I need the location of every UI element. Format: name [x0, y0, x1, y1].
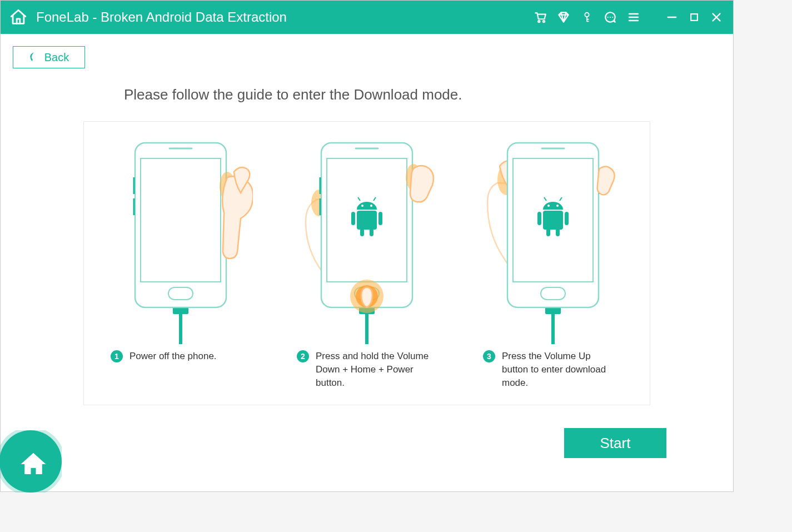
svg-point-53: [556, 205, 559, 207]
svg-point-33: [370, 205, 372, 207]
home-fab-button[interactable]: [0, 430, 62, 493]
svg-point-1: [543, 21, 545, 22]
close-icon[interactable]: [710, 10, 723, 24]
minimize-icon[interactable]: [665, 10, 679, 24]
step-1-illustration: [108, 138, 253, 344]
svg-point-0: [538, 21, 540, 22]
svg-rect-27: [378, 212, 382, 225]
step-2: 2 Press and hold the Volume Down + Home …: [283, 138, 450, 389]
svg-rect-45: [543, 211, 563, 230]
svg-point-52: [547, 205, 550, 207]
step-1: 1 Power off the phone.: [97, 138, 264, 389]
feedback-icon[interactable]: [603, 10, 617, 24]
diamond-icon[interactable]: [556, 10, 571, 24]
step-1-caption: 1 Power off the phone.: [97, 350, 264, 363]
svg-point-5: [612, 17, 613, 18]
svg-rect-26: [351, 212, 355, 225]
menu-icon[interactable]: [626, 10, 641, 24]
svg-rect-48: [546, 228, 550, 236]
titlebar-icons: [533, 10, 723, 24]
start-label: Start: [600, 435, 631, 451]
back-arrow-icon: [29, 51, 37, 63]
svg-rect-10: [141, 158, 221, 282]
svg-rect-28: [360, 228, 364, 236]
step-3-text: Press the Volume Up button to enter down…: [502, 350, 619, 389]
content-area: Back Please follow the guide to enter th…: [1, 34, 733, 491]
svg-point-3: [607, 17, 609, 18]
guide-box: 1 Power off the phone.: [83, 121, 650, 405]
svg-rect-49: [556, 228, 560, 236]
back-label: Back: [44, 51, 69, 64]
back-button[interactable]: Back: [13, 46, 85, 68]
start-button[interactable]: Start: [564, 428, 666, 458]
step-3-illustration: [481, 138, 625, 344]
app-window: FoneLab - Broken Android Data Extraction: [0, 0, 734, 492]
cart-icon[interactable]: [533, 10, 547, 24]
step-2-illustration: [295, 138, 439, 344]
key-icon[interactable]: [580, 10, 594, 24]
step-1-text: Power off the phone.: [129, 350, 217, 363]
maximize-icon[interactable]: [688, 10, 701, 24]
step-1-number: 1: [111, 350, 123, 362]
svg-rect-47: [565, 212, 569, 225]
svg-rect-25: [357, 211, 377, 230]
svg-rect-6: [691, 14, 698, 21]
step-2-caption: 2 Press and hold the Volume Down + Home …: [283, 350, 450, 389]
svg-point-2: [585, 13, 589, 17]
home-icon: [8, 7, 28, 27]
step-2-number: 2: [297, 350, 309, 362]
step-3-caption: 3 Press the Volume Up button to enter do…: [470, 350, 636, 389]
svg-point-32: [361, 205, 363, 207]
home-fab-icon: [18, 449, 48, 479]
step-3: 3 Press the Volume Up button to enter do…: [470, 138, 636, 389]
svg-rect-29: [370, 228, 373, 236]
page-heading: Please follow the guide to enter the Dow…: [124, 86, 721, 103]
svg-rect-46: [537, 212, 541, 225]
svg-point-4: [610, 17, 611, 18]
step-2-text: Press and hold the Volume Down + Home + …: [316, 350, 432, 389]
step-3-number: 3: [483, 350, 495, 362]
title-bar: FoneLab - Broken Android Data Extraction: [1, 1, 733, 34]
app-title: FoneLab - Broken Android Data Extraction: [36, 9, 533, 25]
